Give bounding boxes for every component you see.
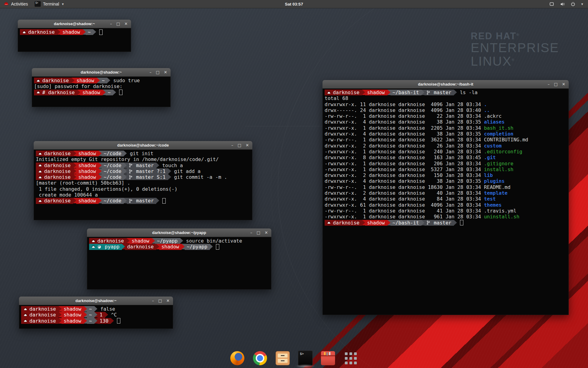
powerline-separator-icon (156, 244, 159, 249)
terminal-window: darknoise@shadow:~–□✕darknoiseshadow~ fa… (19, 297, 173, 328)
screen-icon[interactable] (549, 2, 554, 7)
powerline-separator-icon (94, 306, 97, 312)
window-close-button[interactable]: ✕ (124, 20, 128, 28)
window-maximize-button[interactable]: □ (158, 297, 162, 305)
command-text: git init (127, 151, 153, 156)
prompt-segment-text: ~/pyapp (157, 238, 178, 244)
prompt-segment-text: shadow (64, 306, 81, 312)
window-maximize-button[interactable]: □ (238, 141, 241, 149)
powerline-separator-icon (73, 174, 76, 180)
prompt-segment-text: ~/pyapp (187, 244, 207, 250)
window-minimize-button[interactable]: – (231, 141, 233, 149)
powerline-separator-icon (58, 306, 62, 312)
watermark-enterprise: ENTERPRISE (471, 41, 559, 55)
window-minimize-button[interactable]: – (548, 80, 550, 88)
window-close-button[interactable]: ✕ (265, 228, 268, 237)
window-maximize-button[interactable]: □ (156, 68, 160, 76)
prompt-segment-text: master (434, 220, 451, 226)
window-titlebar[interactable]: darknoise@shadow:~/pyapp–□✕ (87, 228, 271, 237)
window-minimize-button[interactable]: – (152, 297, 154, 305)
window-maximize-button[interactable]: □ (116, 20, 120, 28)
window-titlebar[interactable]: darknoise@shadow:~–□✕ (18, 20, 131, 28)
terminal-body[interactable]: darknoiseshadow~ sudo true[sudo] passwor… (32, 77, 171, 107)
output-text: Initialized empty Git repository in /hom… (36, 156, 219, 162)
window-close-button[interactable]: ✕ (164, 68, 167, 76)
prompt-segment-host: shadow (60, 29, 83, 35)
terminal-output-line: drwxrwxr-x. 4 darknoise darknoise 84 Jan… (325, 196, 568, 202)
app-grid-icon-art (345, 352, 357, 365)
redhat-prompt-icon (23, 319, 28, 323)
window-close-button[interactable]: ✕ (562, 80, 565, 88)
terminal-icon-art: $> (298, 351, 313, 366)
prompt-segment-text: master (434, 90, 451, 95)
prompt-segment-text: darknoise (29, 312, 56, 318)
powerline-separator-icon (210, 244, 213, 249)
files-icon-art (276, 351, 290, 365)
prompt-segment-path: ~ (87, 312, 95, 318)
powerline-separator-icon (180, 238, 183, 243)
window-titlebar[interactable]: darknoise@shadow:~/bash-it–□✕ (322, 80, 569, 89)
prompt-segment-host: shadow (74, 78, 97, 83)
prompt-segment-text: ~/bash-it (393, 220, 419, 226)
window-titlebar[interactable]: darknoise@shadow:~–□✕ (32, 68, 171, 77)
grid-dot (345, 362, 348, 364)
files-icon[interactable] (275, 351, 290, 366)
prompt-segment-exit: 1 (97, 312, 105, 318)
output-text: plugins (484, 178, 504, 184)
terminal-output-line: drwxrwxr-x. 2 darknoise darknoise 26 Jan… (325, 143, 568, 149)
window-minimize-button[interactable]: – (110, 20, 112, 28)
caret-down-icon[interactable]: ▼ (581, 2, 584, 6)
prompt-line: darknoiseshadow~/bash-itmaster (325, 220, 568, 226)
clock[interactable]: Sat 03:57 (285, 2, 303, 6)
app-grid-icon[interactable] (343, 351, 358, 366)
terminal-body[interactable]: darknoiseshadow~/code git initInitialize… (34, 150, 252, 220)
window-maximize-button[interactable]: □ (257, 228, 260, 237)
prompt-line: pyappdarknoiseshadow~/pyapp (89, 244, 271, 250)
terminal-icon[interactable]: $> (298, 351, 313, 366)
window-minimize-button[interactable]: – (250, 228, 252, 237)
activities-button[interactable]: Activities (0, 0, 32, 8)
prompt-segment-user: darknoise (36, 198, 73, 204)
powerline-separator-icon (387, 220, 390, 225)
output-text: drwxrwxr-x. 4 darknoise darknoise 38 Jan… (325, 178, 484, 184)
terminal-output-line: -rw-rw-r--. 1 darknoise darknoise 41 Jan… (325, 208, 568, 214)
terminal-output-line: drwxrwxr-x. 11 darknoise darknoise 4096 … (325, 102, 568, 107)
prompt-segment-path: ~/pyapp (185, 244, 210, 250)
terminal-body[interactable]: darknoiseshadow~ (18, 28, 131, 52)
powerline-separator-icon (105, 312, 108, 317)
powerline-separator-icon (57, 29, 60, 35)
window-maximize-button[interactable]: □ (554, 80, 558, 88)
window-minimize-button[interactable]: – (149, 68, 152, 76)
powerline-separator-icon (387, 90, 390, 95)
prompt-segment-host: shadow (76, 168, 99, 174)
prompt-segment-git: master (424, 220, 454, 226)
prompt-segment-text: shadow (78, 151, 96, 156)
powerline-separator-icon (103, 90, 106, 95)
terminal-cursor (117, 318, 120, 324)
prompt-line: darknoiseshadow~/codemaster S:1 git comm… (36, 174, 252, 180)
terminal-output-line: Initialized empty Git repository in /hom… (36, 156, 252, 162)
window-titlebar[interactable]: darknoise@shadow:~/code–□✕ (34, 141, 252, 150)
terminal-body[interactable]: darknoiseshadow~ falsedarknoiseshadow~1 … (19, 305, 173, 329)
toolbox-icon[interactable] (321, 351, 335, 366)
prompt-segment-user: darknoise (325, 220, 362, 226)
app-menu-terminal[interactable]: $> Terminal ▼ (32, 0, 67, 8)
window-titlebar[interactable]: darknoise@shadow:~–□✕ (19, 297, 173, 305)
prompt-segment-git: master (424, 90, 454, 95)
window-close-button[interactable]: ✕ (246, 141, 249, 149)
prompt-segment-text: master S:1 (136, 174, 165, 180)
prompt-segment-text: darknoise (28, 29, 55, 35)
powerline-separator-icon (71, 78, 74, 83)
window-close-button[interactable]: ✕ (166, 297, 170, 305)
prompt-segment-text: shadow (78, 198, 96, 204)
volume-icon[interactable] (560, 2, 565, 7)
powerline-separator-icon (94, 318, 97, 324)
terminal-output-line: drwxrwxr-x. 8 darknoise darknoise 163 Ja… (325, 155, 568, 160)
chrome-icon[interactable] (253, 351, 267, 366)
terminal-body[interactable]: darknoiseshadow~/pyapp source bin/activa… (87, 237, 271, 289)
power-icon[interactable] (571, 2, 575, 6)
prompt-line: darknoiseshadow~ false (21, 306, 173, 312)
prompt-segment-user: darknoise (36, 151, 73, 156)
firefox-icon[interactable] (230, 351, 245, 366)
terminal-body[interactable]: darknoiseshadow~/bash-itmaster ls -latot… (322, 89, 569, 315)
